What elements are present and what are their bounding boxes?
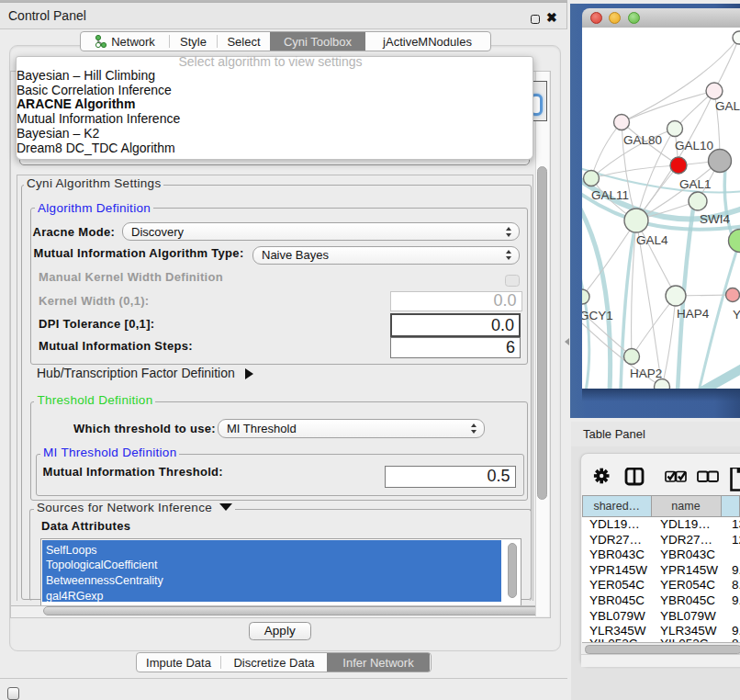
svg-text:GAL4: GAL4 <box>636 233 668 247</box>
svg-text:GAL11: GAL11 <box>591 188 629 202</box>
svg-text:GCY1: GCY1 <box>582 309 613 322</box>
svg-text:HAP4: HAP4 <box>677 307 710 321</box>
svg-text:GAL: GAL <box>715 99 740 113</box>
svg-text:SWI4: SWI4 <box>700 212 730 226</box>
svg-text:Y: Y <box>733 308 740 322</box>
svg-text:HAP2: HAP2 <box>630 367 662 380</box>
svg-text:GAL10: GAL10 <box>675 139 713 152</box>
svg-text:GAL80: GAL80 <box>623 133 662 147</box>
svg-text:GAL1: GAL1 <box>679 177 712 191</box>
